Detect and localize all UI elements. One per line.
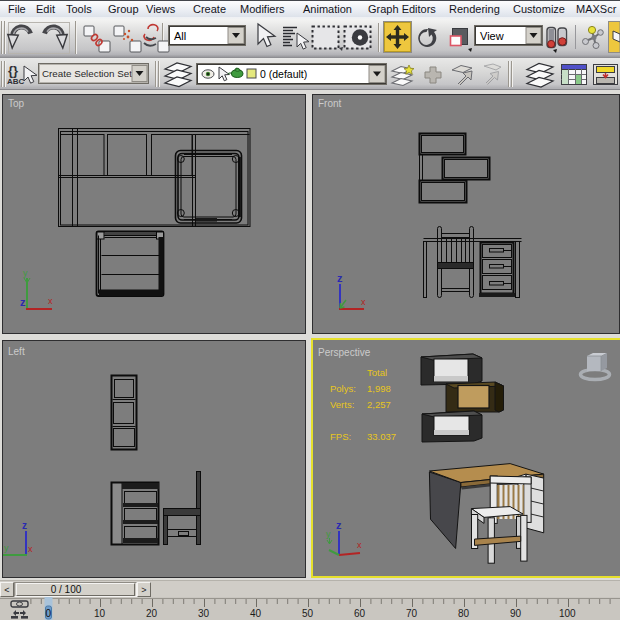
svg-text:Polys:: Polys: bbox=[330, 383, 356, 394]
svg-text:2,257: 2,257 bbox=[367, 399, 391, 410]
svg-text:y: y bbox=[326, 529, 331, 539]
svg-text:20: 20 bbox=[146, 608, 158, 619]
svg-text:z: z bbox=[22, 520, 27, 531]
svg-text:FPS:: FPS: bbox=[330, 431, 351, 442]
svg-text:y: y bbox=[23, 268, 28, 278]
svg-text:x: x bbox=[28, 544, 33, 554]
svg-text:90: 90 bbox=[510, 608, 522, 619]
svg-text:ABC: ABC bbox=[7, 77, 25, 86]
svg-text:x: x bbox=[361, 297, 366, 307]
svg-text:30: 30 bbox=[198, 608, 210, 619]
svg-text:Create Selection Set: Create Selection Set bbox=[42, 68, 132, 79]
svg-text:100: 100 bbox=[559, 608, 576, 619]
svg-text:40: 40 bbox=[250, 608, 262, 619]
svg-text:0: 0 bbox=[46, 608, 52, 619]
svg-text:z: z bbox=[337, 272, 343, 284]
svg-text:z: z bbox=[20, 296, 26, 308]
svg-text:Total: Total bbox=[367, 367, 387, 378]
svg-text:Verts:: Verts: bbox=[330, 399, 354, 410]
svg-text:x: x bbox=[48, 296, 53, 306]
svg-text:70: 70 bbox=[406, 608, 418, 619]
svg-text:1,998: 1,998 bbox=[367, 383, 391, 394]
svg-text:0 (default): 0 (default) bbox=[260, 68, 307, 80]
svg-text:10: 10 bbox=[94, 608, 106, 619]
svg-text:60: 60 bbox=[354, 608, 366, 619]
svg-text:50: 50 bbox=[302, 608, 314, 619]
svg-text:33.037: 33.037 bbox=[367, 431, 396, 442]
svg-text:View: View bbox=[480, 30, 504, 42]
svg-text:{}: {} bbox=[8, 63, 18, 78]
svg-text:y: y bbox=[4, 543, 9, 553]
svg-text:80: 80 bbox=[458, 608, 470, 619]
svg-text:z: z bbox=[336, 519, 342, 531]
svg-text:All: All bbox=[174, 30, 186, 42]
svg-text:x: x bbox=[357, 540, 362, 550]
